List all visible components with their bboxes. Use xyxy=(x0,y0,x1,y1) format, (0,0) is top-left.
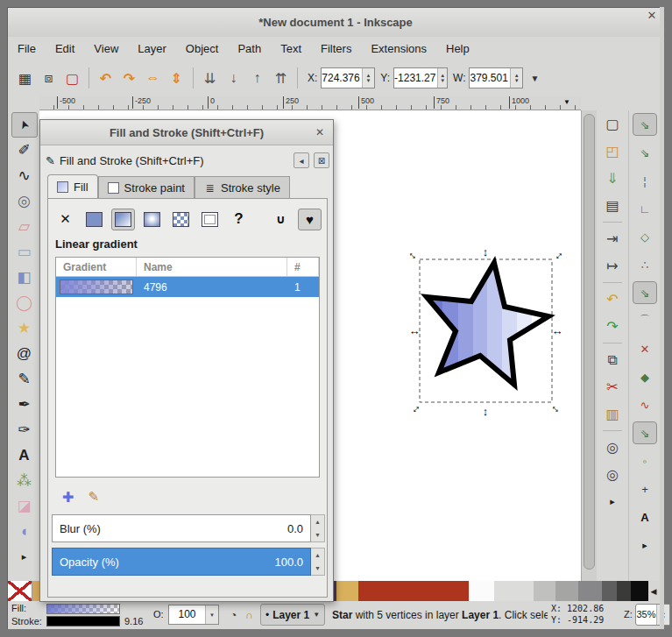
snap-nodes-icon[interactable]: ⇘ xyxy=(633,281,657,304)
fill-rule-nonzero-button[interactable]: ♥ xyxy=(298,209,322,230)
x-spinner[interactable]: ▲ ▼ xyxy=(362,68,375,88)
scale-handle-e[interactable]: ↔ xyxy=(551,324,563,336)
snap-bbox-midpoints-icon[interactable]: ◇ xyxy=(633,225,657,248)
text-tool[interactable]: A xyxy=(11,442,38,468)
palette-swatch[interactable] xyxy=(602,581,617,601)
node-tool[interactable]: ✐ xyxy=(11,138,38,163)
y-input[interactable]: -1231.27 ▲ ▼ xyxy=(393,67,448,88)
gradient-row-selected[interactable]: 4796 1 xyxy=(56,277,319,297)
cut-icon[interactable]: ✂ xyxy=(600,375,625,399)
select-all-layers-icon[interactable]: ⧈ xyxy=(37,67,60,90)
commands-overflow-icon[interactable]: ▸ xyxy=(600,490,625,513)
palette-swatch[interactable] xyxy=(578,581,602,601)
horizontal-ruler[interactable]: -500 -250 0 250 500 750 1000 ▼ xyxy=(39,96,581,110)
add-gradient-button[interactable]: ✚ xyxy=(62,489,74,506)
palette-scroll-left-icon[interactable]: ◀ xyxy=(648,581,659,601)
edit-gradient-button[interactable]: ✎ xyxy=(88,489,99,505)
blur-slider[interactable]: Blur (%) 0.0 xyxy=(52,514,311,542)
zoom-selection-icon[interactable]: ◎ xyxy=(600,435,625,459)
panel-collapse-icon[interactable]: ◂ xyxy=(294,152,309,168)
menu-text[interactable]: Text xyxy=(271,39,311,59)
calligraphy-tool[interactable]: ✑ xyxy=(11,417,38,442)
pattern-button[interactable] xyxy=(169,209,193,230)
menu-path[interactable]: Path xyxy=(228,39,271,59)
bucket-tool[interactable]: ◖ xyxy=(11,519,38,544)
menu-file[interactable]: File xyxy=(8,39,46,59)
palette-swatch[interactable] xyxy=(617,581,631,601)
menu-help[interactable]: Help xyxy=(436,39,479,59)
gradient-list[interactable]: Gradient Name # 4796 1 xyxy=(55,257,320,478)
zoom-tool[interactable]: ◎ xyxy=(11,188,38,214)
palette-swatch[interactable] xyxy=(534,581,555,601)
palette-swatch[interactable] xyxy=(494,581,534,601)
toolbar-overflow-icon[interactable]: ▼ xyxy=(530,74,539,83)
open-icon[interactable]: ◰ xyxy=(600,139,625,163)
w-input[interactable]: 379.501 ▲ ▼ xyxy=(469,67,523,88)
menu-view[interactable]: View xyxy=(84,39,128,59)
menu-edit[interactable]: Edit xyxy=(46,39,84,59)
title-bar[interactable]: *New document 1 - Inkscape xyxy=(8,8,663,38)
unknown-paint-button[interactable]: ? xyxy=(227,209,251,230)
deselect-icon[interactable]: ▢ xyxy=(60,67,84,90)
column-gradient[interactable]: Gradient xyxy=(56,258,137,276)
flip-vertical-icon[interactable]: ⇕ xyxy=(165,67,188,90)
menu-layer[interactable]: Layer xyxy=(128,39,176,59)
spray-tool[interactable]: ⁂ xyxy=(11,468,38,493)
tab-stroke-paint[interactable]: Stroke paint xyxy=(98,176,195,199)
swatch-button[interactable] xyxy=(198,209,222,230)
copy-icon[interactable]: ⧉ xyxy=(600,348,625,372)
scale-handle-w[interactable]: ↔ xyxy=(408,324,421,336)
layer-visibility-icon[interactable]: ◔ xyxy=(227,608,240,621)
scrollbar-thumb[interactable] xyxy=(584,114,595,570)
import-icon[interactable]: ⇥ xyxy=(600,227,625,251)
layer-lock-icon[interactable]: ∩ xyxy=(243,608,256,621)
linear-gradient-button[interactable] xyxy=(111,209,135,230)
x-input[interactable]: 724.376 ▲ ▼ xyxy=(321,67,375,88)
lower-icon[interactable]: ↓ xyxy=(222,67,245,90)
column-count[interactable]: # xyxy=(287,258,319,276)
star-tool[interactable]: ★ xyxy=(11,315,38,341)
snap-smooth-nodes-icon[interactable]: ∿ xyxy=(633,393,657,416)
snap-bbox-edges-icon[interactable]: ¦ xyxy=(633,169,657,192)
snap-bbox-corners-icon[interactable]: ∟ xyxy=(633,197,657,220)
spin-up-icon[interactable]: ▲ xyxy=(315,552,321,558)
spin-down-icon[interactable]: ▼ xyxy=(315,532,321,538)
new-document-icon[interactable]: ▢ xyxy=(600,112,625,136)
flip-horizontal-icon[interactable]: ⇔ xyxy=(141,67,165,90)
select-all-icon[interactable]: ▦ xyxy=(13,67,37,90)
scale-handle-s[interactable]: ↕ xyxy=(479,405,492,417)
3dbox-tool[interactable]: ◧ xyxy=(11,265,38,290)
flat-color-button[interactable] xyxy=(82,209,106,230)
palette-swatch[interactable] xyxy=(358,581,469,601)
snap-paths-icon[interactable]: ⌒ xyxy=(633,309,657,332)
opacity-input[interactable]: 100 ▼ xyxy=(168,605,219,625)
spin-down-icon[interactable]: ▼ xyxy=(514,78,520,83)
paste-icon[interactable]: ▥ xyxy=(600,402,625,426)
toolbox-overflow[interactable]: ▸ xyxy=(11,544,38,570)
menu-object[interactable]: Object xyxy=(176,39,229,59)
palette-swatch[interactable] xyxy=(469,581,494,601)
menu-extensions[interactable]: Extensions xyxy=(361,39,436,59)
spin-down-icon[interactable]: ▼ xyxy=(209,612,215,618)
fill-rule-evenodd-button[interactable]: ∪ xyxy=(269,209,293,230)
zoom-input[interactable]: 35% ▲ ▼ xyxy=(635,604,670,626)
opacity-spinner[interactable]: ▲ ▼ xyxy=(311,548,325,576)
window-close-icon[interactable]: ✕ xyxy=(644,7,660,23)
no-paint-button[interactable]: ✕ xyxy=(53,209,77,230)
tweak-tool[interactable]: ∿ xyxy=(11,163,38,188)
y-spinner[interactable]: ▲ ▼ xyxy=(437,68,447,88)
spiral-tool[interactable]: @ xyxy=(11,341,38,366)
snap-others-icon[interactable]: ⇘ xyxy=(633,421,657,444)
save-icon[interactable]: ⇓ xyxy=(600,166,625,190)
column-name[interactable]: Name xyxy=(137,258,287,276)
snap-overflow-icon[interactable]: ▸ xyxy=(633,534,657,556)
export-icon[interactable]: ↦ xyxy=(600,254,625,278)
fill-indicator-swatch[interactable] xyxy=(46,604,120,614)
undo-icon[interactable]: ↶ xyxy=(600,287,625,311)
blur-spinner[interactable]: ▲ ▼ xyxy=(311,514,325,542)
palette-swatch[interactable] xyxy=(555,581,578,601)
dialog-close-icon[interactable]: ✕ xyxy=(315,126,324,138)
snap-cusp-nodes-icon[interactable]: ◆ xyxy=(633,365,657,388)
spin-down-icon[interactable]: ▼ xyxy=(315,565,321,571)
measure-tool[interactable]: ▱ xyxy=(11,214,38,239)
